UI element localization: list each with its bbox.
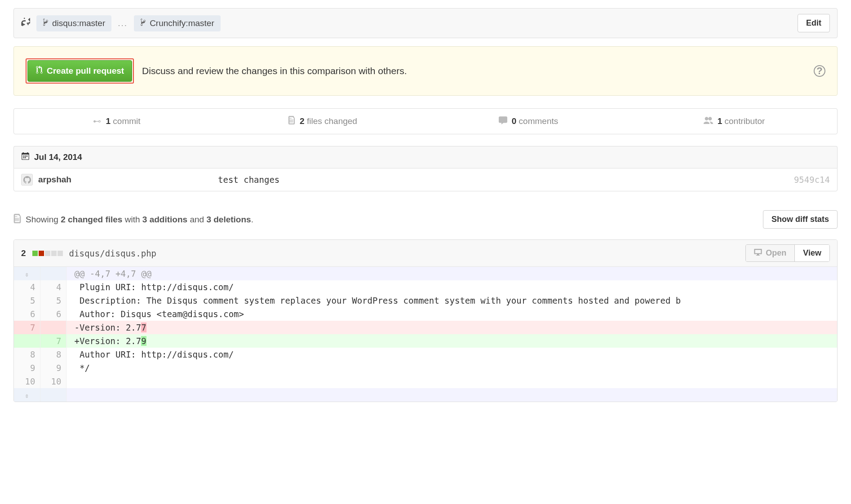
calendar-icon xyxy=(21,152,30,163)
commit-date-label: Jul 14, 2014 xyxy=(34,152,82,162)
diff-line-context: 88 Author URI: http://disqus.com/ xyxy=(14,348,837,361)
expand-hunk-bottom[interactable]: ⇳ xyxy=(14,388,40,402)
comments-count: 0 xyxy=(512,116,517,126)
compare-icon xyxy=(21,17,30,30)
open-label: Open xyxy=(766,248,786,258)
commit-message[interactable]: test changes xyxy=(218,175,794,185)
new-line-number[interactable]: 9 xyxy=(40,361,66,375)
files-label: files changed xyxy=(305,116,357,126)
stat-commits[interactable]: ⊷ 1 commit xyxy=(14,109,220,134)
diff-line-context: 1010 xyxy=(14,375,837,388)
create-pr-banner: Create pull request Discuss and review t… xyxy=(13,46,838,96)
file-change-count: 2 xyxy=(21,248,26,258)
view-label: View xyxy=(803,248,821,258)
commit-author[interactable]: arpshah xyxy=(38,175,218,185)
comment-icon xyxy=(499,116,507,127)
old-line-number[interactable]: 9 xyxy=(14,361,40,375)
new-line-number[interactable]: 4 xyxy=(40,280,66,294)
contributors-count: 1 xyxy=(718,116,722,126)
pull-request-icon xyxy=(35,66,43,76)
diff-stats-bar: ⊷ 1 commit 2 files changed 0 comments 1 … xyxy=(13,108,838,134)
branch-icon xyxy=(43,18,49,28)
hunk-header: @@ -4,7 +4,7 @@ xyxy=(66,267,837,280)
create-pull-request-button[interactable]: Create pull request xyxy=(27,60,132,82)
new-line-number[interactable]: 5 xyxy=(40,294,66,307)
old-line-number[interactable]: 5 xyxy=(14,294,40,307)
stat-files[interactable]: 2 files changed xyxy=(220,109,426,134)
stat-contributors[interactable]: 1 contributor xyxy=(631,109,837,134)
old-line-number[interactable]: 7 xyxy=(14,321,40,334)
diff-line-context: 44 Plugin URI: http://disqus.com/ xyxy=(14,280,837,294)
contributors-label: contributor xyxy=(722,116,765,126)
compare-header: disqus:master ... Crunchify:master Edit xyxy=(13,8,838,38)
diff-line-context: 99 */ xyxy=(14,361,837,375)
file-diff-icon xyxy=(13,214,21,225)
diff-summary-text: Showing 2 changed files with 3 additions… xyxy=(26,215,253,225)
head-branch-chip[interactable]: Crunchify:master xyxy=(134,15,221,31)
old-line-number[interactable]: 8 xyxy=(14,348,40,361)
new-line-number[interactable]: 10 xyxy=(40,375,66,388)
diff-table: ⇳ @@ -4,7 +4,7 @@ 44 Plugin URI: http://… xyxy=(14,267,837,402)
code-cell: +Version: 2.79 xyxy=(66,334,837,348)
code-cell xyxy=(66,375,837,388)
commit-icon: ⊷ xyxy=(93,116,101,126)
hunk-expand-bottom: ⇳ xyxy=(14,388,837,402)
commits-count: 1 xyxy=(106,116,111,126)
compare-separator: ... xyxy=(118,18,128,28)
help-icon[interactable]: ? xyxy=(814,65,825,77)
hunk-header-row: ⇳ @@ -4,7 +4,7 @@ xyxy=(14,267,837,280)
people-icon xyxy=(704,116,713,126)
compare-branches: disqus:master ... Crunchify:master xyxy=(21,15,221,31)
head-branch-label: Crunchify:master xyxy=(150,18,214,28)
commit-sha[interactable]: 9549c14 xyxy=(794,175,830,185)
new-line-number[interactable]: 8 xyxy=(40,348,66,361)
unfold-icon: ⇳ xyxy=(25,392,29,400)
old-line-number[interactable]: 10 xyxy=(14,375,40,388)
create-pr-label: Create pull request xyxy=(47,66,124,76)
code-cell: Author: Disqus <team@disqus.com> xyxy=(66,307,837,321)
new-line-number[interactable]: 7 xyxy=(40,334,66,348)
avatar[interactable] xyxy=(21,174,33,186)
expand-hunk-top[interactable]: ⇳ xyxy=(14,267,40,280)
file-diff: 2 disqus/disqus.php Open View xyxy=(13,239,838,402)
comments-label: comments xyxy=(516,116,558,126)
code-cell: */ xyxy=(66,361,837,375)
old-line-number[interactable]: 6 xyxy=(14,307,40,321)
diff-line-deletion: 7-Version: 2.77 xyxy=(14,321,837,334)
file-header: 2 disqus/disqus.php Open View xyxy=(14,240,837,267)
file-actions: Open View xyxy=(745,244,830,262)
diff-line-addition: 7+Version: 2.79 xyxy=(14,334,837,348)
desktop-icon xyxy=(754,248,762,258)
diffstat-blocks xyxy=(32,251,63,256)
new-line-number[interactable]: 6 xyxy=(40,307,66,321)
diff-summary: Showing 2 changed files with 3 additions… xyxy=(13,210,838,229)
file-path[interactable]: disqus/disqus.php xyxy=(69,248,156,258)
base-branch-chip[interactable]: disqus:master xyxy=(36,15,111,31)
old-line-number[interactable] xyxy=(14,334,40,348)
open-file-button: Open xyxy=(746,245,794,261)
highlight-box: Create pull request xyxy=(26,58,134,84)
stat-comments[interactable]: 0 comments xyxy=(426,109,631,134)
pr-banner-description: Discuss and review the changes in this c… xyxy=(142,66,407,76)
commits-label: commit xyxy=(111,116,141,126)
view-file-button[interactable]: View xyxy=(794,245,829,261)
file-diff-icon xyxy=(288,116,295,127)
code-cell: -Version: 2.77 xyxy=(66,321,837,334)
diff-line-context: 55 Description: The Disqus comment syste… xyxy=(14,294,837,307)
old-line-number[interactable]: 4 xyxy=(14,280,40,294)
diff-line-context: 66 Author: Disqus <team@disqus.com> xyxy=(14,307,837,321)
edit-button[interactable]: Edit xyxy=(798,14,830,32)
code-cell: Author URI: http://disqus.com/ xyxy=(66,348,837,361)
code-cell: Description: The Disqus comment system r… xyxy=(66,294,837,307)
show-diff-stats-button[interactable]: Show diff stats xyxy=(763,210,838,229)
code-cell: Plugin URI: http://disqus.com/ xyxy=(66,280,837,294)
base-branch-label: disqus:master xyxy=(52,18,105,28)
branch-icon xyxy=(140,18,146,28)
files-count: 2 xyxy=(300,116,305,126)
new-line-number[interactable] xyxy=(40,321,66,334)
commit-row: arpshah test changes 9549c14 xyxy=(13,168,838,191)
unfold-icon: ⇳ xyxy=(25,270,29,279)
commit-date-header: Jul 14, 2014 xyxy=(13,146,838,168)
